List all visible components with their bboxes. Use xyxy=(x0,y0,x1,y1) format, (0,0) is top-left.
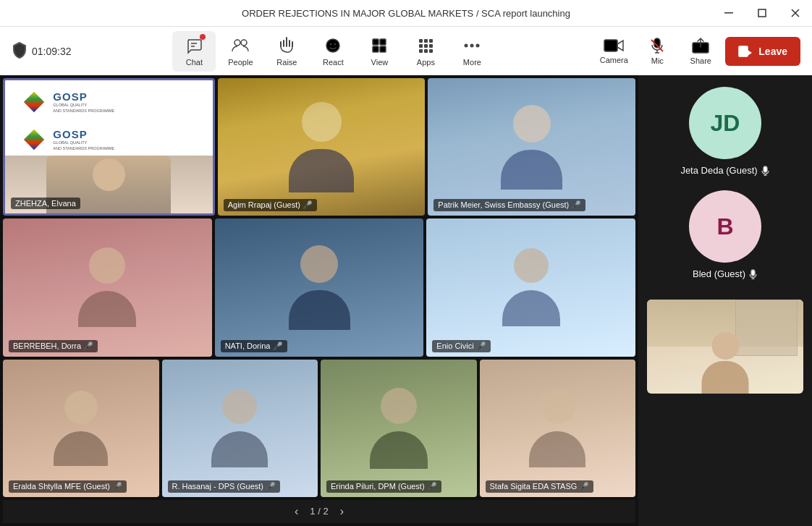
view-icon xyxy=(369,35,389,56)
video-label-stafa: Stafa Sigita EDA STASG 🎤 xyxy=(486,480,594,493)
video-label-enio: Enio Civici 🎤 xyxy=(432,340,490,352)
mic-muted-icon-patrik: 🎤 xyxy=(571,200,581,209)
maximize-button[interactable] xyxy=(745,0,779,26)
mic-muted-icon-nati: 🎤 xyxy=(273,342,283,350)
people-button[interactable]: People xyxy=(219,31,262,72)
react-button[interactable]: React xyxy=(311,31,355,72)
mic-muted-icon-stafa: 🎤 xyxy=(579,482,589,491)
timer-display: 01:09:32 xyxy=(32,46,72,57)
avatar-circle-jd: JD xyxy=(689,87,761,159)
svg-rect-37 xyxy=(751,270,755,276)
more-label: More xyxy=(463,58,481,67)
video-label-agim: Agim Rrapaj (Guest) 🎤 xyxy=(224,199,317,211)
local-video-thumbnail xyxy=(647,300,803,394)
video-grid: GOSP GLOBAL QUALITYAND STANDARDS PROGRAM… xyxy=(0,75,638,526)
leave-button[interactable]: Leave xyxy=(725,37,800,66)
video-cell-enio: Enio Civici 🎤 xyxy=(426,219,635,356)
video-label-zhezha: ZHEHZA, Elvana xyxy=(11,198,80,209)
eralda-person xyxy=(3,360,159,497)
svg-point-25 xyxy=(470,44,474,48)
chat-icon xyxy=(184,35,204,56)
agim-person xyxy=(218,78,426,216)
chat-label: Chat xyxy=(186,58,203,67)
share-label: Share xyxy=(690,56,711,65)
svg-rect-34 xyxy=(764,166,767,172)
svg-point-24 xyxy=(465,44,468,48)
video-cell-nati: NATI, Dorina 🎤 xyxy=(215,219,424,356)
svg-rect-23 xyxy=(429,49,433,53)
svg-rect-12 xyxy=(380,39,386,45)
svg-rect-20 xyxy=(429,44,433,48)
video-cell-patrik: Patrik Meier, Swiss Embassy (Guest) 🎤 xyxy=(428,78,635,216)
pagination: ‹ 1 / 2 › xyxy=(3,500,635,523)
svg-rect-19 xyxy=(424,44,428,48)
next-page-button[interactable]: › xyxy=(340,505,344,518)
video-label-eralda: Eralda Shtylla MFE (Guest) 🎤 xyxy=(9,480,127,493)
svg-rect-11 xyxy=(373,39,378,45)
svg-point-8 xyxy=(326,39,339,52)
svg-rect-27 xyxy=(604,40,617,51)
video-cell-stafa: Stafa Sigita EDA STASG 🎤 xyxy=(480,360,636,497)
avatar-circle-b: B xyxy=(689,190,761,263)
erinda-person xyxy=(321,360,477,497)
view-label: View xyxy=(371,58,389,67)
camera-button[interactable]: Camera xyxy=(595,31,633,72)
close-button[interactable] xyxy=(779,0,812,26)
chat-button[interactable]: Chat xyxy=(172,31,216,72)
video-label-patrik: Patrik Meier, Swiss Embassy (Guest) 🎤 xyxy=(434,199,585,211)
svg-point-26 xyxy=(476,44,480,48)
svg-rect-0 xyxy=(724,12,733,14)
more-icon xyxy=(462,35,482,56)
sidebar-avatar-jd: JD Jeta Deda (Guest) xyxy=(647,87,803,176)
stafa-person xyxy=(480,360,636,497)
more-button[interactable]: More xyxy=(450,31,494,72)
enio-person xyxy=(426,219,635,356)
title-bar: ORDER REJECTIONS IN MAJOR GLOBAL MARKETS… xyxy=(0,0,812,26)
window-title: ORDER REJECTIONS IN MAJOR GLOBAL MARKETS… xyxy=(242,8,570,19)
svg-point-9 xyxy=(330,43,331,45)
mic-muted-icon-erinda: 🎤 xyxy=(427,482,437,491)
video-row-2: BERREBEH, Dorra 🎤 NATI, Dorina 🎤 xyxy=(3,219,635,356)
mic-muted-icon: 🎤 xyxy=(303,200,313,209)
apps-button[interactable]: Apps xyxy=(404,31,447,72)
video-label-erinda: Erinda Piluri, DPM (Guest) 🎤 xyxy=(326,480,441,493)
toolbar-right: Camera Mic Share xyxy=(595,31,800,72)
camera-label: Camera xyxy=(600,56,628,64)
raise-label: Raise xyxy=(276,58,297,67)
video-cell-hasanaj: R. Hasanaj - DPS (Guest) 🎤 xyxy=(162,360,318,497)
main-content: GOSP GLOBAL QUALITYAND STANDARDS PROGRAM… xyxy=(0,75,812,526)
video-cell-erinda: Erinda Piluri, DPM (Guest) 🎤 xyxy=(321,360,477,497)
mic-label: Mic xyxy=(651,56,664,65)
people-icon xyxy=(230,35,250,56)
people-label: People xyxy=(228,58,253,67)
window-controls xyxy=(712,0,812,26)
video-row-1: GOSP GLOBAL QUALITYAND STANDARDS PROGRAM… xyxy=(3,78,635,216)
svg-rect-22 xyxy=(424,49,428,53)
share-button[interactable]: Share xyxy=(682,31,719,72)
video-cell-berrebeh: BERREBEH, Dorra 🎤 xyxy=(3,219,212,356)
svg-rect-21 xyxy=(419,49,423,53)
mic-muted-icon-hasanaj: 🎤 xyxy=(266,482,276,491)
svg-point-7 xyxy=(241,40,247,46)
video-cell-agim: Agim Rrapaj (Guest) 🎤 xyxy=(218,78,426,216)
minimize-button[interactable] xyxy=(712,0,745,26)
toolbar: 01:09:32 Chat xyxy=(0,26,812,75)
video-cell-eralda: Eralda Shtylla MFE (Guest) 🎤 xyxy=(3,360,159,497)
raise-button[interactable]: Raise xyxy=(265,31,308,72)
mic-muted-icon-b xyxy=(748,269,758,279)
video-label-nati: NATI, Dorina 🎤 xyxy=(221,340,287,352)
video-row-3: Eralda Shtylla MFE (Guest) 🎤 R. Hasanaj … xyxy=(3,360,635,497)
sidebar-avatar-b: B Bled (Guest) xyxy=(647,190,803,279)
shield-icon xyxy=(12,41,28,61)
mic-button[interactable]: Mic xyxy=(638,31,676,72)
raise-icon xyxy=(276,35,297,56)
toolbar-left: 01:09:32 xyxy=(12,41,72,61)
chat-notification-dot xyxy=(200,34,206,40)
svg-point-10 xyxy=(334,43,336,45)
mic-muted-icon-eralda: 🎤 xyxy=(112,482,122,491)
page-indicator: 1 / 2 xyxy=(310,506,328,517)
react-icon xyxy=(323,35,343,56)
svg-rect-13 xyxy=(373,46,378,52)
prev-page-button[interactable]: ‹ xyxy=(295,505,298,518)
view-button[interactable]: View xyxy=(358,31,401,72)
